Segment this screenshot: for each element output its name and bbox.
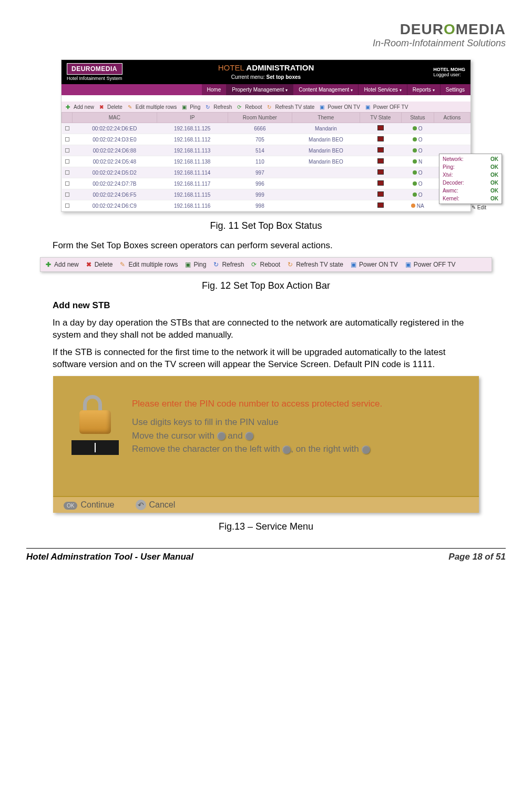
- lock-icon: [77, 397, 114, 434]
- tool-power-off-tv[interactable]: ▣ Power OFF TV: [365, 104, 408, 110]
- nav-content-management[interactable]: Content Management▾: [293, 84, 359, 95]
- fig11-caption: Fig. 11 Set Top Box Status: [26, 220, 506, 231]
- paragraph-2: In a day by day operation the STBs that …: [53, 317, 479, 341]
- action-refresh[interactable]: ↻ Refresh: [213, 261, 244, 268]
- page-footer: Hotel Adminstration Tool - User Manual P…: [26, 552, 506, 562]
- tv-state-icon: [377, 180, 384, 186]
- row-checkbox[interactable]: [65, 181, 69, 186]
- paragraph-3: If the STB is connected for the first ti…: [53, 347, 479, 371]
- row-checkbox[interactable]: [65, 192, 69, 197]
- action-edit-multiple-rows[interactable]: ✎ Edit multiple rows: [120, 261, 178, 268]
- screenshot-service-menu: Please enter the PIN code number to acce…: [53, 376, 479, 513]
- pin-input[interactable]: [71, 440, 119, 455]
- service-line1: Please enter the PIN code number to acce…: [132, 397, 382, 411]
- paragraph-1: Form the Set Top Boxes screen operators …: [53, 240, 479, 252]
- tool-delete[interactable]: ✖ Delete: [99, 104, 122, 110]
- service-line4: Remove the character on the left with , …: [132, 442, 382, 456]
- row-checkbox[interactable]: [65, 137, 69, 141]
- row-checkbox[interactable]: [65, 159, 69, 164]
- fig13-caption: Fig.13 – Service Menu: [26, 521, 506, 532]
- service-text: Please enter the PIN code number to acce…: [132, 397, 382, 456]
- stb-table: MACIPRoom NumberThemeTV StateStatusActio…: [62, 112, 470, 211]
- action-power-on-tv[interactable]: ▣ Power ON TV: [351, 261, 398, 268]
- col-actions: Actions: [434, 113, 470, 123]
- row-checkbox[interactable]: [65, 148, 69, 153]
- tool-refresh[interactable]: ↻ Refresh: [206, 104, 232, 110]
- tool-reboot[interactable]: ⟳ Reboot: [237, 104, 262, 110]
- admin-user-info: HOTEL MOHG Logged user:: [433, 67, 465, 77]
- action-delete[interactable]: ✖ Delete: [86, 261, 113, 268]
- action-reboot[interactable]: ⟳ Reboot: [251, 261, 280, 268]
- screenshot-action-bar: ✚ Add new✖ Delete✎ Edit multiple rows▣ P…: [40, 257, 492, 272]
- col-ip: IP: [157, 113, 228, 123]
- table-row[interactable]: 00:02:02:24:D6:C9192.168.11.116998 NA: [62, 200, 470, 211]
- back-icon: ↶: [136, 500, 146, 510]
- service-footer: OKContinue ↶Cancel: [53, 496, 479, 513]
- table-row[interactable]: 00:02:02:24:D5:48192.168.11.138110Mandar…: [62, 156, 470, 167]
- fig12-caption: Fig. 12 Set Top Box Action Bar: [26, 280, 506, 291]
- tv-state-icon: [377, 147, 384, 153]
- right-arrow-icon: [245, 432, 253, 440]
- del-key-icon: [362, 445, 370, 454]
- footer-left: Hotel Adminstration Tool - User Manual: [26, 552, 193, 562]
- nav-property-management[interactable]: Property Management▾: [227, 84, 293, 95]
- tool-edit-multiple-rows[interactable]: ✎ Edit multiple rows: [128, 104, 177, 110]
- edit-action[interactable]: ✎ Edit: [472, 205, 486, 210]
- col-tv-state: TV State: [360, 113, 401, 123]
- logo-tagline: In-Room-Infotainment Solutions: [26, 38, 506, 49]
- popup-row: Ping:OK: [441, 163, 500, 171]
- action-bar: ✚ Add new✖ Delete✎ Edit multiple rows▣ P…: [40, 258, 492, 271]
- popup-row: Network:OK: [441, 155, 500, 163]
- table-row[interactable]: 00:02:02:24:D6:F5192.168.11.115999 O: [62, 189, 470, 200]
- logo: DEUROMEDIA: [26, 21, 506, 38]
- heading-add-stb: Add new STB: [53, 300, 479, 312]
- admin-subtitle: Hotel Infotainment System: [67, 76, 122, 81]
- col-room-number: Room Number: [228, 113, 292, 123]
- action-power-off-tv[interactable]: ▣ Power OFF TV: [405, 261, 456, 268]
- col-theme: Theme: [292, 113, 360, 123]
- tv-state-icon: [377, 202, 384, 208]
- popup-row: Xtvi:OK: [441, 171, 500, 179]
- nav-reports[interactable]: Reports▾: [407, 84, 441, 95]
- continue-button[interactable]: OKContinue: [64, 500, 115, 510]
- nav-home[interactable]: Home: [202, 84, 227, 95]
- tv-state-icon: [377, 191, 384, 197]
- popup-row: Awmc:OK: [441, 187, 500, 195]
- action-refresh-tv-state[interactable]: ↻ Refresh TV state: [288, 261, 343, 268]
- col-status: Status: [401, 113, 434, 123]
- lock-column: [69, 397, 121, 455]
- col-mac: MAC: [73, 113, 157, 123]
- tool-ping[interactable]: ▣ Ping: [182, 104, 200, 110]
- nav-hotel-services[interactable]: Hotel Services▾: [359, 84, 407, 95]
- page-header: DEUROMEDIA In-Room-Infotainment Solution…: [26, 21, 506, 49]
- admin-title-block: HOTEL ADMINISTRATION Current menu: Set t…: [218, 63, 314, 80]
- nav-settings[interactable]: Settings: [441, 84, 470, 95]
- back-key-icon: [282, 445, 291, 454]
- footer-right: Page 18 of 51: [448, 552, 506, 562]
- table-row[interactable]: 00:02:02:24:D3:E0192.168.11.112705Mandar…: [62, 134, 470, 145]
- tool-power-on-tv[interactable]: ▣ Power ON TV: [320, 104, 360, 110]
- row-checkbox[interactable]: [65, 170, 69, 175]
- admin-nav: HomeProperty Management▾Content Manageme…: [62, 84, 470, 95]
- left-arrow-icon: [217, 432, 226, 440]
- status-popup: Network:OKPing:OKXtvi:OKDecoder:OKAwmc:O…: [439, 154, 502, 204]
- service-line3: Move the cursor with and: [132, 429, 382, 443]
- action-add-new[interactable]: ✚ Add new: [46, 261, 79, 268]
- tv-state-icon: [377, 136, 384, 141]
- cancel-button[interactable]: ↶Cancel: [136, 500, 176, 510]
- row-checkbox[interactable]: [65, 126, 69, 130]
- service-line2: Use digits keys to fill in the PIN value: [132, 415, 382, 429]
- tv-state-icon: [377, 158, 384, 164]
- row-checkbox[interactable]: [65, 204, 69, 208]
- admin-header: DEUROMEDIA Hotel Infotainment System HOT…: [62, 60, 470, 84]
- table-row[interactable]: 00:02:02:24:D6:88192.168.11.113514Mandar…: [62, 145, 470, 156]
- tool-refresh-tv-state[interactable]: ↻ Refresh TV state: [267, 104, 314, 110]
- table-row[interactable]: 00:02:02:24:D5:D2192.168.11.114997 O: [62, 167, 470, 178]
- table-row[interactable]: 00:02:02:24:D6:ED192.168.11.1256666Manda…: [62, 123, 470, 134]
- popup-row: Decoder:OK: [441, 179, 500, 187]
- tv-state-icon: [377, 169, 384, 175]
- action-ping[interactable]: ▣ Ping: [185, 261, 206, 268]
- table-row[interactable]: 00:02:02:24:D7:7B192.168.11.117996 O: [62, 178, 470, 189]
- tool-add-new[interactable]: ✚ Add new: [66, 104, 94, 110]
- screenshot-stb-status: DEUROMEDIA Hotel Infotainment System HOT…: [61, 59, 471, 212]
